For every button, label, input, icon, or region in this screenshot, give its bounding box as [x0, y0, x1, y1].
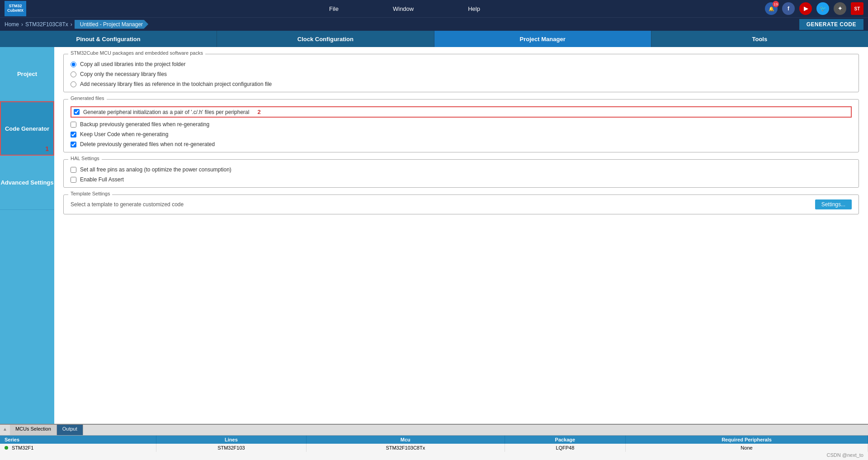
menu-help[interactable]: Help — [468, 5, 480, 12]
sidebar: Project Code Generator 1 Advanced Settin… — [0, 47, 54, 424]
watermark: CSDN @next_to — [827, 452, 863, 458]
packages-label-0: Copy all used libraries into the project… — [80, 61, 185, 67]
generated-files-option-0[interactable]: Generate peripheral initialization as a … — [74, 109, 249, 115]
bottom-panel: ▲ MCUs Selection Output Series Lines Mcu… — [0, 424, 868, 460]
tab-tools[interactable]: Tools — [651, 31, 868, 47]
generated-files-checkbox-group: Generate peripheral initialization as a … — [71, 106, 852, 147]
packages-radio-0[interactable] — [71, 62, 76, 67]
logo-area: STM32 CubeMX — [5, 1, 26, 16]
social-icons: 🔔 19 f ▶ 🐦 ✦ ST — [765, 2, 863, 15]
twitter-icon[interactable]: 🐦 — [816, 2, 829, 15]
col-package: Package — [505, 436, 625, 444]
hal-label-0: Set all free pins as analog (to optimize… — [80, 166, 231, 173]
sidebar-label-advanced-settings: Advanced Settings — [0, 179, 53, 186]
generated-files-label-1: Backup previously generated files when r… — [80, 121, 209, 128]
generated-files-option-2[interactable]: Keep User Code when re-generating — [71, 131, 852, 138]
tab-pinout[interactable]: Pinout & Configuration — [0, 31, 217, 47]
packages-option-2[interactable]: Add necessary library files as reference… — [71, 81, 852, 87]
breadcrumb-arrow-2: › — [71, 21, 72, 28]
generated-files-checkbox-0[interactable] — [74, 109, 80, 115]
hal-option-0[interactable]: Set all free pins as analog (to optimize… — [71, 166, 852, 173]
generated-files-checkbox-1[interactable] — [71, 122, 76, 128]
generated-files-label-2: Keep User Code when re-generating — [80, 131, 168, 138]
tab-project-manager[interactable]: Project Manager — [434, 31, 651, 47]
col-mcu: Mcu — [306, 436, 505, 444]
generate-code-button[interactable]: GENERATE CODE — [799, 19, 863, 30]
bottom-tab-mcus[interactable]: MCUs Selection — [10, 425, 57, 435]
packages-radio-2[interactable] — [71, 81, 76, 87]
generated-files-checkbox-3[interactable] — [71, 142, 76, 147]
bottom-table: Series Lines Mcu Package Required Periph… — [0, 436, 868, 452]
breadcrumb-home[interactable]: Home — [5, 21, 19, 28]
hal-label-1: Enable Full Assert — [80, 176, 124, 183]
expand-arrow[interactable]: ▲ — [0, 425, 10, 435]
bottom-tabs: ▲ MCUs Selection Output — [0, 425, 868, 436]
packages-label-1: Copy only the necessary library files — [80, 71, 167, 77]
menu-bar: File Window Help — [44, 5, 765, 12]
sidebar-item-code-generator[interactable]: Code Generator 1 — [0, 101, 54, 156]
generated-files-highlighted-row: Generate peripheral initialization as a … — [71, 106, 852, 118]
generated-files-option-3[interactable]: Delete previously generated files when n… — [71, 141, 852, 147]
tab-clock[interactable]: Clock Configuration — [217, 31, 434, 47]
top-bar: STM32 CubeMX File Window Help 🔔 19 f ▶ 🐦… — [0, 0, 868, 17]
hal-settings-checkbox-group: Set all free pins as analog (to optimize… — [71, 166, 852, 183]
col-lines: Lines — [156, 436, 306, 444]
generated-files-label-3: Delete previously generated files when n… — [80, 141, 215, 147]
breadcrumb-bar: Home › STM32F103C8Tx › Untitled - Projec… — [0, 17, 868, 31]
cell-mcu: STM32F103C8Tx — [306, 444, 505, 452]
status-dot — [5, 446, 8, 450]
main-area: Project Code Generator 1 Advanced Settin… — [0, 47, 868, 424]
hal-option-1[interactable]: Enable Full Assert — [71, 176, 852, 183]
cell-peripherals: None — [626, 444, 868, 452]
sidebar-item-project[interactable]: Project — [0, 47, 54, 101]
packages-label-2: Add necessary library files as reference… — [80, 81, 272, 87]
sidebar-label-code-generator: Code Generator — [5, 125, 49, 132]
packages-option-0[interactable]: Copy all used libraries into the project… — [71, 61, 852, 67]
notification-badge: 19 — [773, 1, 779, 7]
col-peripherals: Required Peripherals — [626, 436, 868, 444]
template-row: Select a template to generate customized… — [71, 199, 852, 209]
packages-section-title: STM32Cube MCU packages and embedded soft… — [68, 50, 205, 56]
menu-file[interactable]: File — [329, 5, 339, 12]
generated-files-badge-0: 2 — [257, 109, 260, 115]
cell-lines: STM32F103 — [156, 444, 306, 452]
youtube-icon[interactable]: ▶ — [799, 2, 812, 15]
menu-window[interactable]: Window — [393, 5, 414, 12]
sidebar-item-advanced-settings[interactable]: Advanced Settings — [0, 156, 54, 210]
tab-bar: Pinout & Configuration Clock Configurati… — [0, 31, 868, 47]
template-settings-section-title: Template Settings — [68, 191, 112, 196]
content-area: STM32Cube MCU packages and embedded soft… — [54, 47, 868, 424]
sidebar-label-project: Project — [17, 71, 37, 77]
hal-checkbox-1[interactable] — [71, 177, 76, 183]
notification-icon[interactable]: 🔔 19 — [765, 2, 778, 15]
packages-option-1[interactable]: Copy only the necessary library files — [71, 71, 852, 77]
template-settings-button[interactable]: Settings... — [815, 199, 852, 209]
cell-package: LQFP48 — [505, 444, 625, 452]
hal-settings-section: HAL Settings Set all free pins as analog… — [63, 159, 859, 188]
cell-series-value: STM32F1 — [12, 445, 33, 451]
breadcrumb-current[interactable]: Untitled - Project Manager — [75, 20, 148, 29]
template-placeholder: Select a template to generate customized… — [71, 201, 184, 208]
col-series: Series — [0, 436, 156, 444]
hal-checkbox-0[interactable] — [71, 167, 76, 173]
cell-series: STM32F1 — [0, 444, 156, 452]
generated-files-label-0: Generate peripheral initialization as a … — [83, 109, 249, 115]
breadcrumb-arrow-1: › — [21, 21, 23, 28]
generated-files-checkbox-2[interactable] — [71, 132, 76, 138]
packages-radio-1[interactable] — [71, 71, 76, 77]
facebook-icon[interactable]: f — [782, 2, 795, 15]
packages-section: STM32Cube MCU packages and embedded soft… — [63, 54, 859, 92]
packages-radio-group: Copy all used libraries into the project… — [71, 61, 852, 87]
breadcrumb-mcu[interactable]: STM32F103C8Tx — [25, 21, 68, 28]
logo-line2: CubeMX — [7, 9, 24, 13]
st-icon[interactable]: ST — [851, 2, 863, 15]
network-icon[interactable]: ✦ — [834, 2, 846, 15]
hal-settings-section-title: HAL Settings — [68, 156, 102, 161]
bottom-tab-output[interactable]: Output — [57, 425, 83, 435]
table-row: STM32F1 STM32F103 STM32F103C8Tx LQFP48 N… — [0, 444, 868, 452]
generated-files-section-title: Generated files — [68, 95, 107, 101]
sidebar-badge-code-generator: 1 — [45, 145, 49, 152]
template-settings-section: Template Settings Select a template to g… — [63, 194, 859, 214]
generated-files-option-1[interactable]: Backup previously generated files when r… — [71, 121, 852, 128]
logo: STM32 CubeMX — [5, 1, 26, 16]
